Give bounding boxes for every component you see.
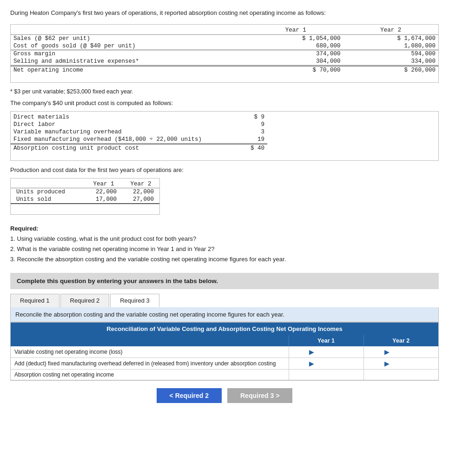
production-table: Year 1 Year 2 Units produced 22,000 22,0… xyxy=(11,180,159,204)
arrow-icon: ▶ xyxy=(384,348,390,356)
row-val1: $ 70,000 xyxy=(248,66,343,74)
unit-cost-title: The company's $40 unit product cost is c… xyxy=(10,99,439,106)
row-val: 3 xyxy=(230,128,267,136)
recon-year1-input-3[interactable] xyxy=(318,371,360,378)
row-val: $ 40 xyxy=(230,144,267,152)
recon-row1-input1[interactable]: ▶ xyxy=(289,346,363,358)
next-button-label: Required 3 xyxy=(240,392,274,399)
tab-content-description: Reconcile the absorption costing and the… xyxy=(10,307,439,322)
recon-row2-label: Add (deduct) fixed manufacturing overhea… xyxy=(11,357,289,369)
prod-label-header xyxy=(11,180,85,188)
row-val1: 17,000 xyxy=(85,196,122,204)
income-label-header xyxy=(11,26,248,35)
recon-year2-input-2[interactable] xyxy=(393,361,435,367)
production-table-wrapper: Year 1 Year 2 Units produced 22,000 22,0… xyxy=(10,178,160,215)
row-val2: 594,000 xyxy=(343,50,438,58)
required-section: Required: 1. Using variable costing, wha… xyxy=(10,224,439,264)
complete-box-text: Complete this question by entering your … xyxy=(17,278,218,284)
table-row: Net operating income $ 70,000 $ 260,000 xyxy=(11,66,438,74)
prev-button[interactable]: Required 2 xyxy=(157,388,222,403)
row-val2: 22,000 xyxy=(122,188,159,196)
table-row: Sales (@ $62 per unit) $ 1,054,000 $ 1,6… xyxy=(11,34,438,42)
recon-row2-input2[interactable]: ▶ xyxy=(363,357,438,369)
recon-col-empty xyxy=(11,335,289,346)
prod-year2-header: Year 2 xyxy=(122,180,159,188)
row-label: Selling and administrative expenses* xyxy=(11,58,248,66)
recon-table: Reconciliation of Variable Costing and A… xyxy=(11,323,438,380)
complete-box: Complete this question by entering your … xyxy=(10,273,439,289)
production-title: Production and cost data for the first t… xyxy=(10,166,439,173)
tab-required3[interactable]: Required 3 xyxy=(110,294,159,307)
tabs-row: Required 1 Required 2 Required 3 xyxy=(10,294,439,307)
recon-title-row: Reconciliation of Variable Costing and A… xyxy=(11,323,438,335)
row-val1: $ 1,054,000 xyxy=(248,34,343,42)
unit-cost-table: Direct materials $ 9 Direct labor 9 Vari… xyxy=(11,113,267,152)
recon-year1-input-2[interactable] xyxy=(318,361,360,367)
unit-cost-table-wrapper: Direct materials $ 9 Direct labor 9 Vari… xyxy=(10,111,439,161)
row-val: 19 xyxy=(230,136,267,144)
tab-content-text: Reconcile the absorption costing and the… xyxy=(15,311,284,318)
table-row: Direct labor 9 xyxy=(11,121,267,128)
row-label: Net operating income xyxy=(11,66,248,74)
right-arrow-icon xyxy=(274,392,279,399)
left-arrow-icon xyxy=(170,392,175,399)
row-val2: 1,080,000 xyxy=(343,42,438,50)
income-year1-header: Year 1 xyxy=(248,26,343,35)
income-table-wrapper: Year 1 Year 2 Sales (@ $62 per unit) $ 1… xyxy=(10,24,439,83)
recon-row3-label: Absorption costing net operating income xyxy=(11,369,289,380)
table-row: Units sold 17,000 27,000 xyxy=(11,196,159,204)
tab-required3-label: Required 3 xyxy=(120,297,150,304)
row-label: Units produced xyxy=(11,188,85,196)
recon-year1-input-1[interactable] xyxy=(318,349,360,356)
table-row: Selling and administrative expenses* 304… xyxy=(11,58,438,66)
tab-required1[interactable]: Required 1 xyxy=(10,294,59,307)
table-row: Variable costing net operating income (l… xyxy=(11,346,438,358)
next-button[interactable]: Required 3 xyxy=(227,388,292,403)
row-val1: 680,000 xyxy=(248,42,343,50)
row-val2: $ 1,674,000 xyxy=(343,34,438,42)
row-val: 9 xyxy=(230,121,267,128)
tab-required2-label: Required 2 xyxy=(70,297,100,304)
prod-year1-header: Year 1 xyxy=(85,180,122,188)
arrow-icon: ▶ xyxy=(384,360,390,367)
table-row: Variable manufacturing overhead 3 xyxy=(11,128,267,136)
row-val: $ 9 xyxy=(230,113,267,121)
required-item-3: 3. Reconcile the absorption costing and … xyxy=(10,256,286,263)
recon-year2-input-1[interactable] xyxy=(393,349,435,356)
row-label: Variable manufacturing overhead xyxy=(11,128,230,136)
row-val2: 27,000 xyxy=(122,196,159,204)
income-year2-header: Year 2 xyxy=(343,26,438,35)
row-label: Absorption costing unit product cost xyxy=(11,144,230,152)
row-val2: 334,000 xyxy=(343,58,438,66)
row-label: Units sold xyxy=(11,196,85,204)
bottom-nav: Required 2 Required 3 xyxy=(10,388,439,403)
production-header: Year 1 Year 2 xyxy=(11,180,159,188)
row-val2: $ 260,000 xyxy=(343,66,438,74)
row-label: Fixed manufacturing overhead ($418,000 ÷… xyxy=(11,136,230,144)
tab-required2[interactable]: Required 2 xyxy=(60,294,110,307)
table-row: Cost of goods sold (@ $40 per unit) 680,… xyxy=(11,42,438,50)
table-row: Direct materials $ 9 xyxy=(11,113,267,121)
table-row: Units produced 22,000 22,000 xyxy=(11,188,159,196)
income-table: Year 1 Year 2 Sales (@ $62 per unit) $ 1… xyxy=(11,26,438,74)
row-label: Gross margin xyxy=(11,50,248,58)
arrow-icon: ▶ xyxy=(309,360,314,367)
recon-row3-input1[interactable] xyxy=(289,369,363,380)
recon-row2-input1[interactable]: ▶ xyxy=(289,357,363,369)
row-label: Direct materials xyxy=(11,113,230,121)
recon-col-header-row: Year 1 Year 2 xyxy=(11,335,438,346)
recon-row1-input2[interactable]: ▶ xyxy=(363,346,438,358)
recon-row1-label: Variable costing net operating income (l… xyxy=(11,346,289,358)
row-val1: 374,000 xyxy=(248,50,343,58)
recon-row3-input2[interactable] xyxy=(363,369,438,380)
income-table-header: Year 1 Year 2 xyxy=(11,26,438,35)
recon-year2-input-3[interactable] xyxy=(393,371,435,378)
prev-button-label: Required 2 xyxy=(175,392,209,399)
row-val1: 22,000 xyxy=(85,188,122,196)
recon-year1-header: Year 1 xyxy=(289,335,363,346)
table-row: Absorption costing net operating income xyxy=(11,369,438,380)
tab-required1-label: Required 1 xyxy=(20,297,50,304)
table-row: Absorption costing unit product cost $ 4… xyxy=(11,144,267,152)
row-label: Direct labor xyxy=(11,121,230,128)
row-val1: 304,000 xyxy=(248,58,343,66)
